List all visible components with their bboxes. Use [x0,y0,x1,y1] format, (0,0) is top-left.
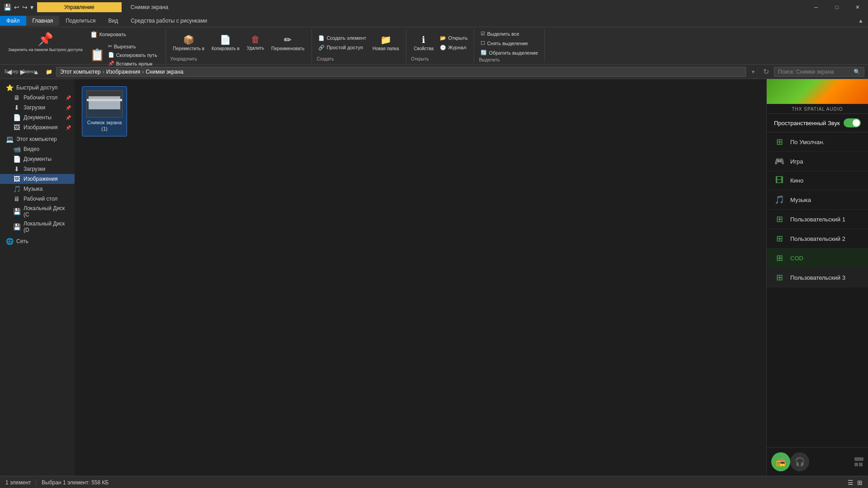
sidebar-item-downloads-quick[interactable]: ⬇ Загрузки 📌 [0,103,75,113]
copy-to-button[interactable]: 📄 Копировать в [209,33,242,52]
thx-header-image [767,79,868,104]
tab-home[interactable]: Главная [26,16,60,26]
cut-button[interactable]: ✂ Вырезать [106,42,159,50]
history-button[interactable]: 🕒 Журнал [438,44,469,52]
sidebar-item-desktop-pc[interactable]: 🖥 Рабочий стол [0,194,75,204]
view-details-icon[interactable]: ☰ [848,479,854,486]
address-dropdown-icon[interactable]: ▾ [749,69,758,75]
save-icon[interactable]: 💾 [4,4,11,11]
maximize-button[interactable]: □ [826,0,847,14]
thx-custom1-icon: ⊞ [774,214,785,224]
sidebar-item-downloads-pc[interactable]: ⬇ Загрузки [0,164,75,174]
management-tab[interactable]: Управление [37,2,122,12]
delete-button[interactable]: 🗑 Удалить [244,33,267,52]
thx-menu-cod[interactable]: ⊞ COD [767,249,868,268]
open-button[interactable]: 📂 Открыть [438,34,469,42]
thx-menu-custom3[interactable]: ⊞ Пользовательский 3 [767,268,868,287]
sidebar-item-network[interactable]: 🌐 Сеть [0,236,75,246]
address-path[interactable]: Этот компьютер › Изображения › Снимки эк… [56,67,746,77]
pin-button[interactable]: 📌 Закрепить на панели быстрого доступа [5,30,86,68]
search-box[interactable]: Поиск: Снимки экрана 🔍 [774,67,864,77]
minimize-button[interactable]: ─ [806,0,826,14]
sidebar-item-local-c[interactable]: 💾 Локальный Диск (С [0,204,75,219]
thx-menu-default[interactable]: ⊞ По Умолчан. [767,132,868,152]
deselect-button[interactable]: ☐ Снять выделение [479,39,540,47]
tab-picture-tools[interactable]: Средства работы с рисунками [124,16,213,26]
pin-icon-4: 📌 [66,125,71,130]
star-icon: ⭐ [5,84,14,91]
sidebar-item-video[interactable]: 📹 Видео [0,144,75,154]
screenshots-tab[interactable]: Снимки экрана [122,2,178,12]
sidebar-item-images-pc[interactable]: 🖼 Изображения [0,174,75,184]
ribbon-content: 📌 Закрепить на панели быстрого доступа 📋… [0,27,868,64]
back-button[interactable]: ◀ [4,66,14,77]
select-all-button[interactable]: ☑ Выделить все [479,30,540,38]
thx-game-icon: 🎮 [774,156,785,166]
thx-panel: THX SPATIAL AUDIO Пространственный Звук … [766,79,868,476]
sidebar-item-this-pc[interactable]: 💻 Этот компьютер [0,134,75,144]
img-icon: 🖼 [13,175,21,183]
thx-list-view-icon[interactable] [854,457,863,461]
sidebar-item-desktop-quick[interactable]: 🖥 Рабочий стол 📌 [0,93,75,103]
quick-access-toolbar: 💾 ↩ ↪ ▾ [0,4,37,11]
open-group-label: Открыть [411,56,429,61]
paste-button[interactable]: 📋 ✂ Вырезать 📄 Скопировать путь 📌 Встави… [88,42,161,68]
thx-default-icon: ⊞ [774,137,785,147]
file-name: Снимок экрана(1) [87,119,122,132]
easy-access-button[interactable]: 🔗 Простой доступ [316,44,368,52]
tab-file[interactable]: Файл [0,16,26,26]
thx-menu-music[interactable]: 🎵 Музыка [767,190,868,210]
view-large-icons-icon[interactable]: ⊞ [857,479,863,486]
new-item-button[interactable]: 📄 Создать элемент [316,34,368,42]
tab-view[interactable]: Вид [102,16,124,26]
path-segment-0[interactable]: Этот компьютер [60,69,101,75]
sidebar-item-music[interactable]: 🎵 Музыка [0,184,75,194]
copy-path-button[interactable]: 📄 Скопировать путь [106,51,159,59]
copy-button[interactable]: 📋 Копировать [88,30,161,39]
file-item-screenshot[interactable]: Снимок экрана(1) [82,86,127,136]
thx-menu-custom2[interactable]: ⊞ Пользовательский 2 [767,229,868,249]
close-button[interactable]: ✕ [847,0,868,14]
move-button[interactable]: 📦 Переместить в [170,33,207,52]
thx-view-buttons [854,457,863,466]
thx-grid-view-icon[interactable] [854,463,863,466]
sidebar-item-documents-pc[interactable]: 📄 Документы [0,154,75,164]
thx-movie-label: Кино [790,177,803,184]
tab-share[interactable]: Поделиться [59,16,102,26]
music-icon: 🎵 [13,185,21,192]
thx-toggle-button[interactable] [844,118,861,127]
thx-menu-game[interactable]: 🎮 Игра [767,152,868,171]
sidebar-item-documents-quick[interactable]: 📄 Документы 📌 [0,113,75,122]
paste-shortcut-button[interactable]: 📌 Вставить ярлык [106,60,159,67]
new-folder-button[interactable]: 📁 Новая папка [370,33,401,52]
invert-selection-button[interactable]: 🔄 Обратить выделение [479,49,540,56]
forward-button[interactable]: ▶ [17,66,28,77]
path-segment-1[interactable]: Изображения [106,69,140,75]
address-bar: ◀ ▶ ▲ 📁 Этот компьютер › Изображения › С… [0,65,868,79]
ribbon-collapse-icon[interactable]: ▲ [854,16,868,26]
thx-game-label: Игра [790,158,803,165]
thx-menu-custom1[interactable]: ⊞ Пользовательский 1 [767,210,868,229]
open-group: ℹ Свойства 📂 Открыть 🕒 Журнал Открыть [406,29,474,62]
organize-group-label: Упорядочить [170,56,198,61]
sidebar-item-quick-access[interactable]: ⭐ Быстрый доступ [0,83,75,93]
sidebar-label-downloads-quick: Загрузки [24,104,45,111]
redo-icon[interactable]: ↪ [22,4,28,11]
dropdown-icon[interactable]: ▾ [30,4,33,11]
sidebar-item-local-d[interactable]: 💾 Локальный Диск (D [0,219,75,235]
undo-icon[interactable]: ↩ [14,4,19,11]
thx-speaker-button[interactable]: 📻 [771,452,790,471]
downloads-icon: ⬇ [13,104,21,111]
thx-custom1-label: Пользовательский 1 [790,216,845,223]
sidebar-label-local-d: Локальный Диск (D [24,221,71,233]
file-area: Снимок экрана(1) [75,79,766,476]
path-segment-2[interactable]: Снимки экрана [146,69,184,75]
search-icon[interactable]: 🔍 [854,69,860,75]
refresh-button[interactable]: ↻ [760,67,771,76]
up-button[interactable]: ▲ [31,66,42,77]
rename-button[interactable]: ✏ Переименовать [269,33,307,52]
properties-button[interactable]: ℹ Свойства [411,33,436,52]
sidebar-item-images-quick[interactable]: 🖼 Изображения 📌 [0,122,75,132]
thx-headphone-button[interactable]: 🎧 [790,452,809,471]
thx-menu-movie[interactable]: 🎞 Кино [767,171,868,190]
